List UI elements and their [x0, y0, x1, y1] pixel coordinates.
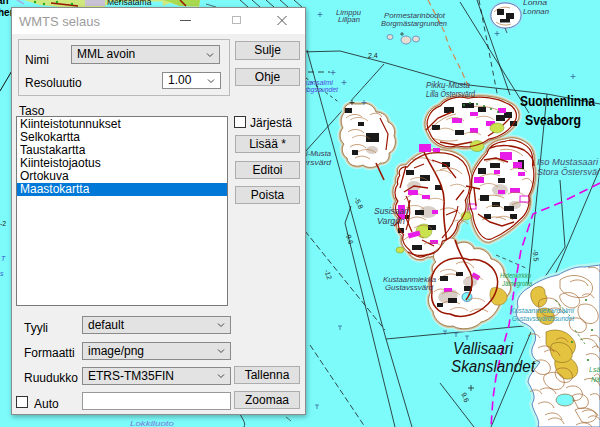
svg-text:Lonna: Lonna	[523, 0, 548, 7]
svg-text:Susisaari: Susisaari	[374, 206, 410, 216]
svg-text:T: T	[1, 255, 6, 262]
svg-text:Merisatama: Merisatama	[107, 0, 152, 7]
svg-text:an: an	[0, 0, 9, 6]
svg-text:Borgmästargrunden: Borgmästargrunden	[381, 19, 448, 28]
svg-text:Gustavssvärd: Gustavssvärd	[385, 283, 434, 292]
svg-text:2.4: 2.4	[368, 52, 378, 59]
svg-text:Vargön: Vargön	[377, 216, 405, 226]
svg-text:Lilla Östersvärd: Lilla Östersvärd	[426, 89, 475, 99]
svg-text:Vallisaari: Vallisaari	[453, 340, 513, 357]
svg-text:Sveaborg: Sveaborg	[525, 112, 581, 128]
svg-text:-9.5: -9.5	[532, 249, 540, 262]
svg-text:Nä: Nä	[591, 376, 600, 383]
svg-text:Suomenlinna: Suomenlinna	[520, 93, 596, 109]
svg-text:Lonnan: Lonnan	[523, 7, 550, 16]
svg-text:gbgssundet: gbgssundet	[303, 85, 339, 94]
svg-text:Lillpan: Lillpan	[338, 15, 361, 24]
svg-text:Lsä: Lsä	[589, 366, 600, 373]
svg-text:-2: -2	[0, 220, 6, 227]
svg-text:Jätnegrotta: Jätnegrotta	[501, 279, 532, 288]
svg-text:Skanslandet: Skanslandet	[451, 358, 536, 375]
svg-text:Stora Östersvär: Stora Östersvär	[537, 167, 600, 177]
svg-text:Iso Mustasaari: Iso Mustasaari	[537, 157, 599, 167]
svg-text:Gustavssvärdssundet: Gustavssvärdssundet	[512, 314, 575, 323]
svg-text:s: s	[0, 270, 4, 277]
svg-text:Lokkiluoto: Lokkiluoto	[130, 420, 174, 427]
